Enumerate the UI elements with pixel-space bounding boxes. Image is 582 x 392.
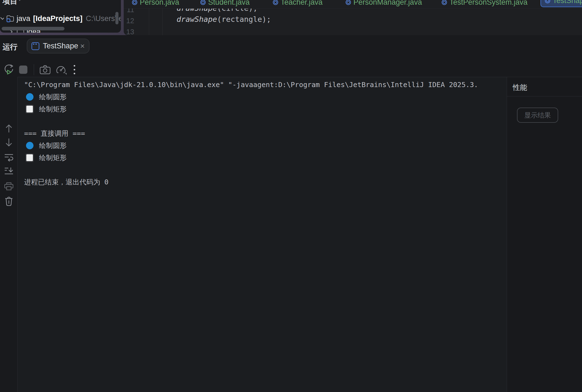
editor-tab-label: Person.java	[140, 0, 179, 7]
console-line: 绘制圆形	[18, 91, 507, 103]
editor-tab-label: Teacher.java	[281, 0, 323, 7]
project-tree-root-row[interactable]: java [IdeaProjects] C:\Users\len	[0, 13, 121, 24]
run-toolbar	[0, 61, 80, 78]
performance-panel-title: 性能	[513, 83, 527, 92]
console-text: 绘制圆形	[39, 92, 67, 101]
console-line: === 直接调用 ===	[18, 127, 507, 139]
run-config-tab[interactable]: TestShape ×	[27, 39, 89, 53]
console-text: 绘制矩形	[39, 153, 67, 162]
console-text: === 直接调用 ===	[24, 129, 85, 138]
console-line	[18, 115, 507, 127]
editor-tab-person-java[interactable]: Person.java	[132, 0, 179, 8]
console-side-toolbar	[0, 77, 17, 392]
console-line: 绘制矩形	[18, 103, 507, 115]
chevron-down-icon[interactable]	[17, 0, 23, 2]
blue-circle-emoji	[26, 91, 33, 103]
console-line	[18, 164, 507, 176]
editor-tab-testshap[interactable]: TestShap	[540, 0, 582, 7]
code-line[interactable]: drawShape(rectangle);	[177, 15, 271, 23]
console-line: 绘制矩形	[18, 151, 507, 164]
more-kebab-icon[interactable]	[69, 64, 80, 75]
horizontal-scrollbar[interactable]	[2, 27, 64, 30]
screenshot-icon[interactable]	[37, 65, 53, 75]
project-panel: 项目 java [IdeaProjects] C:\Users\len	[0, 0, 121, 33]
soft-wrap-icon[interactable]	[4, 153, 14, 161]
vertical-scrollbar[interactable]	[115, 12, 118, 24]
print-icon[interactable]	[4, 182, 14, 191]
editor-panel: 11 12 13 drawShape(circle); drawShape(re…	[124, 0, 582, 35]
show-results-button[interactable]: 显示结果	[517, 108, 558, 123]
scroll-to-end-icon[interactable]	[4, 167, 14, 176]
project-root-name: java	[17, 14, 30, 23]
scroll-up-icon[interactable]	[5, 124, 13, 133]
console-lines: "C:\Program Files\Java\jdk-21.0.10\bin\j…	[18, 79, 507, 188]
java-class-icon	[346, 0, 351, 5]
rerun-button[interactable]	[2, 64, 16, 75]
run-tool-window-title: 运行	[2, 42, 17, 52]
editor-tab-bar: Person.javaStudent.javaTeacher.javaPerso…	[124, 0, 582, 9]
profiler-gauge-icon[interactable]	[53, 64, 69, 75]
editor-tab-personmanager-java[interactable]: PersonManager.java	[346, 0, 422, 8]
java-class-icon	[442, 0, 447, 5]
java-class-icon	[200, 0, 206, 5]
line-number: 12	[126, 17, 134, 25]
console-text: 绘制圆形	[39, 141, 67, 150]
chevron-expanded-icon[interactable]	[0, 14, 4, 23]
project-panel-title: 项目	[2, 0, 17, 6]
performance-panel: 性能 显示结果	[507, 77, 582, 392]
white-square-emoji	[26, 103, 33, 115]
white-square-emoji	[26, 151, 33, 164]
editor-tab-label: TestShap	[553, 0, 582, 5]
console-text: 绘制矩形	[39, 104, 67, 114]
clear-console-icon[interactable]	[4, 196, 13, 206]
application-console-icon	[32, 42, 39, 50]
gutter-separator	[149, 8, 149, 35]
console-text: 进程已结束，退出代码为 0	[24, 177, 108, 187]
console-line: "C:\Program Files\Java\jdk-21.0.10\bin\j…	[18, 79, 507, 91]
editor-tab-testpersonsystem-java[interactable]: TestPersonSystem.java	[442, 0, 527, 8]
gutter-separator	[162, 8, 163, 35]
java-class-icon	[545, 0, 550, 3]
run-config-tab-label: TestShape	[43, 42, 79, 50]
editor-tab-teacher-java[interactable]: Teacher.java	[273, 0, 323, 8]
editor-tab-student-java[interactable]: Student.java	[200, 0, 250, 8]
console-output[interactable]: "C:\Program Files\Java\jdk-21.0.10\bin\j…	[17, 77, 507, 392]
java-class-icon	[273, 0, 278, 5]
run-tool-window: 运行 TestShape ×	[0, 35, 582, 392]
line-number: 13	[126, 28, 134, 35]
module-folder-icon	[6, 14, 14, 23]
ide-window: 项目 java [IdeaProjects] C:\Users\len	[0, 0, 582, 392]
stop-button[interactable]	[16, 65, 30, 74]
console-line: 进程已结束，退出代码为 0	[18, 176, 507, 188]
editor-tab-label: PersonManager.java	[353, 0, 422, 7]
blue-circle-emoji	[26, 139, 33, 151]
editor-tab-label: TestPersonSystem.java	[449, 0, 527, 7]
console-line: 绘制圆形	[18, 139, 507, 151]
java-class-icon	[132, 0, 137, 5]
toolbar-separator	[30, 64, 37, 75]
project-root-badge: [IdeaProjects]	[33, 14, 83, 23]
divider	[507, 96, 582, 96]
console-text: "C:\Program Files\Java\jdk-21.0.10\bin\j…	[24, 81, 478, 89]
editor-tab-label: Student.java	[208, 0, 250, 7]
scroll-down-icon[interactable]	[5, 138, 13, 147]
close-icon[interactable]: ×	[80, 42, 85, 50]
